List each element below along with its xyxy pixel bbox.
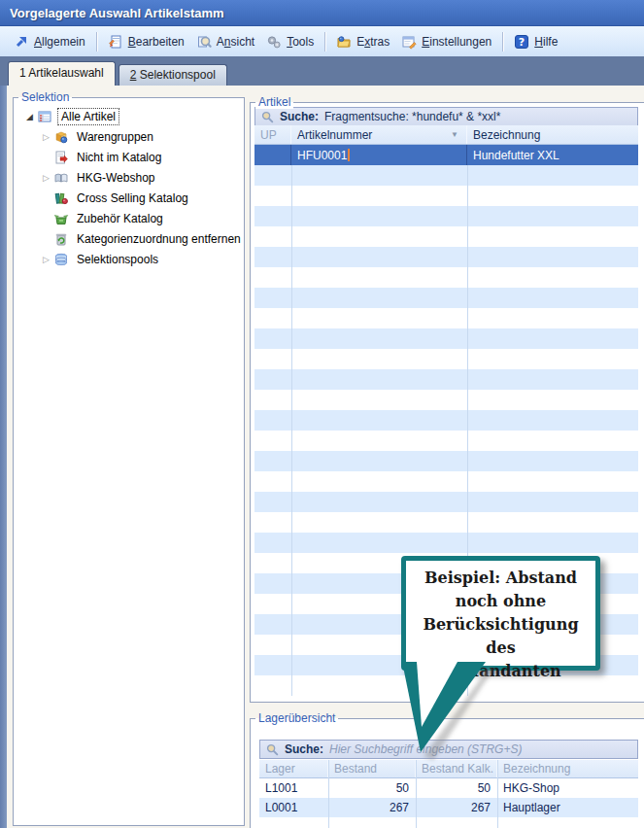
title-bar: Vorgelagerte Auswahl Artikelstamm	[0, 0, 644, 26]
search-icon	[261, 111, 274, 123]
jump-arrow-icon	[14, 34, 29, 50]
settings-icon	[401, 34, 417, 50]
selection-tree: ◢ Alle Artikel ▷	[14, 106, 244, 269]
search-icon	[266, 743, 279, 756]
column-header-bestand[interactable]: Bestand	[328, 760, 416, 777]
cell-bestand[interactable]: 50	[328, 781, 416, 795]
artikel-search-bar[interactable]: Suche: Fragmentsuche: *hundefu* & *xxl*	[254, 107, 638, 126]
tree-item-label: Alle Artikel	[57, 108, 119, 125]
tab-label: 1 Artikelauswahl	[19, 66, 104, 80]
menu-label: Bearbeiten	[128, 35, 185, 49]
column-gridline	[291, 165, 292, 696]
remove-category-icon	[53, 231, 69, 247]
tree-item-label: Kategorienzuordnung entfernen	[74, 231, 244, 247]
menu-item-allgemein[interactable]: Allgemein	[8, 30, 91, 53]
annotation-callout: Beispiel: Abstand noch ohne Berücksichti…	[401, 556, 600, 671]
cell-bestand[interactable]: 267	[328, 801, 416, 814]
table-row[interactable]: L1001 50 50 HKG-Shop	[259, 778, 638, 798]
menu-item-einstellungen[interactable]: Einstellungen	[395, 30, 497, 53]
menu-label: Ansicht	[217, 35, 254, 49]
tree-item-label: Zubehör Katalog	[74, 211, 166, 226]
search-label: Suche:	[280, 110, 319, 123]
tree-item-label: HKG-Webshop	[74, 170, 157, 186]
menu-item-ansicht[interactable]: Ansicht	[190, 30, 260, 53]
expander-collapsed-icon[interactable]: ▷	[39, 255, 53, 264]
edit-icon	[108, 34, 123, 50]
menu-label: Tools	[287, 35, 314, 49]
tab-selektionspool[interactable]: 2 Selektionspool	[119, 64, 227, 86]
cell-bezeichnung[interactable]: Hauptlager	[497, 801, 638, 814]
menu-label: Einstellungen	[422, 35, 491, 49]
tree-item-warengruppen[interactable]: ▷ Warengruppen	[14, 126, 244, 147]
cell-bestand-kalk[interactable]: 267	[416, 801, 497, 814]
menu-label: Hilfe	[534, 35, 558, 49]
cell-up[interactable]	[254, 145, 291, 165]
tree-item-zubehoer-katalog[interactable]: Zubehör Katalog	[14, 208, 244, 228]
tree-item-label: Cross Selling Katalog	[74, 190, 191, 206]
artikel-table-header: UP Artikelnummer ▼ Bezeichnung	[254, 125, 638, 145]
sort-descending-icon[interactable]: ▼	[451, 130, 458, 139]
column-header-up[interactable]: UP	[254, 125, 291, 144]
tree-item-label: Selektionspools	[74, 252, 161, 267]
tree-item-kategorienzuordnung-entfernen[interactable]: Kategorienzuordnung entfernen	[14, 228, 244, 249]
cell-bezeichnung[interactable]: Hundefutter XXL	[467, 145, 638, 165]
column-header-bezeichnung[interactable]: Bezeichnung	[497, 760, 638, 777]
window-left-edge	[0, 86, 7, 828]
selection-pool-icon	[53, 252, 69, 267]
menu-item-extras[interactable]: Extras	[330, 30, 395, 53]
text-caret	[348, 149, 350, 161]
lager-search-placeholder[interactable]: Hier Suchbegriff eingeben (STRG+S)	[329, 742, 522, 756]
tree-item-selektionspools[interactable]: ▷ Selektionspools	[14, 249, 244, 269]
tree-item-label: Nicht im Katalog	[74, 150, 164, 165]
cell-value: HFU0001	[297, 149, 347, 162]
expander-expanded-icon[interactable]: ◢	[22, 112, 37, 121]
product-group-icon	[53, 129, 69, 145]
column-gridline	[497, 760, 498, 828]
lager-table-header: Lager Bestand Bestand Kalk. Bezeichnung	[259, 760, 638, 778]
callout-line: 2. Mandanten	[406, 660, 595, 683]
help-icon: ?	[514, 34, 529, 50]
artikel-search-value[interactable]: Fragmentsuche: *hundefu* & *xxl*	[324, 110, 500, 123]
column-header-bezeichnung[interactable]: Bezeichnung	[467, 125, 638, 144]
tree-item-nicht-im-katalog[interactable]: Nicht im Katalog	[14, 147, 244, 167]
application-window: Vorgelagerte Auswahl Artikelstamm Allgem…	[0, 0, 644, 828]
menu-item-hilfe[interactable]: ? Hilfe	[508, 30, 563, 53]
menu-label: Allgemein	[34, 35, 85, 49]
tab-artikelauswahl[interactable]: 1 Artikelauswahl	[8, 61, 116, 86]
window-title: Vorgelagerte Auswahl Artikelstamm	[0, 6, 224, 20]
menu-item-bearbeiten[interactable]: Bearbeiten	[102, 30, 190, 53]
table-row[interactable]: L0001 267 267 Hauptlager	[259, 798, 638, 817]
not-in-catalog-icon	[53, 150, 69, 165]
accessory-box-icon	[53, 211, 69, 226]
lageruebersicht-group: Lagerübersicht Suche: Hier Suchbegriff e…	[250, 718, 644, 828]
column-header-label: Artikelnummer	[297, 128, 372, 142]
lager-search-bar[interactable]: Suche: Hier Suchbegriff eingeben (STRG+S…	[259, 740, 638, 759]
webshop-book-icon	[53, 170, 69, 186]
column-header-bestand-kalk[interactable]: Bestand Kalk.	[416, 760, 497, 777]
expander-collapsed-icon[interactable]: ▷	[39, 173, 53, 183]
lageruebersicht-group-label: Lagerübersicht	[255, 711, 338, 725]
column-gridline	[328, 760, 329, 828]
table-row-selected[interactable]: HFU0001 Hundefutter XXL	[254, 145, 638, 165]
tree-item-alle-artikel[interactable]: ◢ Alle Artikel	[14, 106, 244, 126]
cell-bezeichnung[interactable]: HKG-Shop	[497, 781, 638, 795]
svg-text:?: ?	[519, 36, 525, 49]
callout-line: Beispiel: Abstand	[406, 567, 595, 590]
tree-item-hkg-webshop[interactable]: ▷ HKG-Webshop	[14, 167, 244, 188]
callout-line: Berücksichtigung des	[406, 613, 595, 660]
column-header-lager[interactable]: Lager	[259, 760, 328, 777]
menu-separator	[324, 32, 325, 52]
menu-separator	[502, 32, 503, 52]
cell-bestand-kalk[interactable]: 50	[416, 781, 497, 795]
tree-item-cross-selling[interactable]: Cross Selling Katalog	[14, 188, 244, 208]
column-gridline	[416, 760, 417, 828]
expander-collapsed-icon[interactable]: ▷	[39, 132, 53, 142]
column-header-artikelnummer[interactable]: Artikelnummer ▼	[291, 125, 467, 144]
cell-lager[interactable]: L1001	[259, 781, 328, 795]
menu-item-tools[interactable]: Tools	[260, 30, 320, 53]
cell-lager[interactable]: L0001	[259, 801, 328, 814]
selektion-group: Selektion ◢ Alle Artikel ▷	[13, 97, 245, 826]
cell-artikelnummer[interactable]: HFU0001	[291, 145, 467, 165]
tools-gear-icon	[266, 34, 282, 50]
cross-selling-icon	[53, 190, 69, 206]
